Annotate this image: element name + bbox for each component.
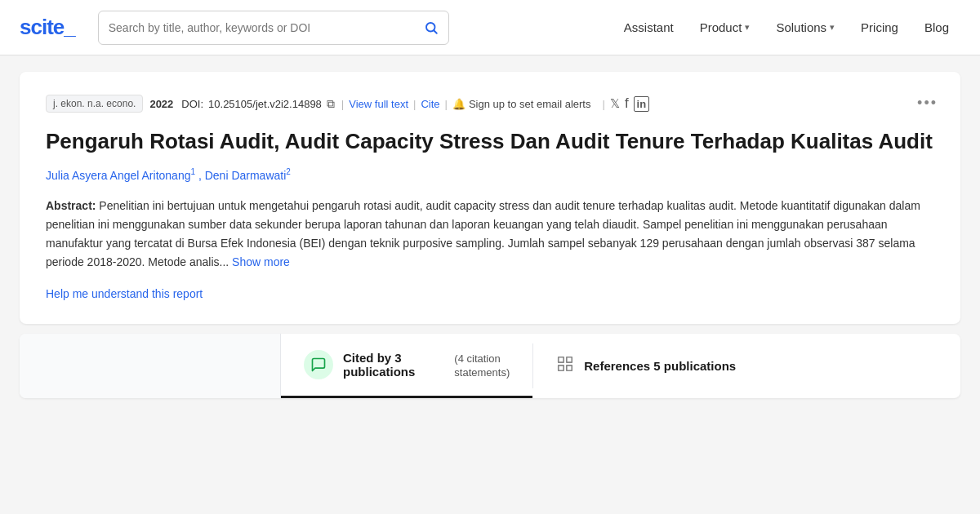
search-bar[interactable]: [98, 11, 449, 45]
bell-icon: 🔔: [452, 98, 466, 110]
main-nav: Assistant Product ▾ Solutions ▾ Pricing …: [612, 14, 960, 41]
nav-item-solutions[interactable]: Solutions ▾: [764, 14, 846, 41]
left-spacer: [20, 334, 281, 398]
nav-item-assistant[interactable]: Assistant: [612, 14, 685, 41]
main-content: ••• j. ekon. n.a. econo. 2022 DOI: 10.25…: [0, 55, 980, 414]
twitter-icon[interactable]: 𝕏: [610, 96, 620, 111]
help-link[interactable]: Help me understand this report: [46, 287, 203, 300]
solutions-chevron-icon: ▾: [830, 22, 835, 33]
facebook-icon[interactable]: f: [625, 95, 629, 112]
svg-rect-5: [559, 366, 564, 370]
search-icon: [424, 20, 439, 35]
more-options-button[interactable]: •••: [917, 95, 938, 112]
references-icon: [556, 355, 574, 377]
author-1-link[interactable]: Julia Asyera Angel Aritonang1: [46, 169, 198, 182]
article-card: ••• j. ekon. n.a. econo. 2022 DOI: 10.25…: [20, 72, 960, 324]
cited-by-sub-label: publications: [343, 365, 415, 379]
citation-statements-sub: statements): [454, 366, 510, 379]
abstract-label: Abstract:: [46, 199, 96, 212]
svg-rect-3: [567, 357, 572, 362]
nav-item-product[interactable]: Product ▾: [688, 14, 762, 41]
svg-rect-2: [559, 357, 564, 362]
nav-item-blog[interactable]: Blog: [913, 14, 960, 41]
year: 2022: [149, 98, 173, 110]
abstract: Abstract: Penelitian ini bertujuan untuk…: [46, 197, 934, 272]
copy-icon[interactable]: ⧉: [327, 97, 335, 111]
cited-by-tab[interactable]: Cited by 3 publications (4 citation stat…: [281, 334, 532, 398]
references-label: References 5 publications: [584, 359, 736, 373]
doi-label: DOI:: [181, 98, 203, 110]
article-title: Pengaruh Rotasi Audit, Audit Capacity St…: [46, 127, 934, 156]
view-full-text-link[interactable]: View full text: [349, 98, 408, 110]
social-icons: 𝕏 f in: [610, 95, 649, 112]
svg-rect-4: [567, 366, 572, 370]
author-2-link[interactable]: Deni Darmawati2: [205, 169, 291, 182]
doi-value: 10.25105/jet.v2i2.14898: [208, 98, 322, 110]
abstract-text: Penelitian ini bertujuan untuk mengetahu…: [46, 199, 920, 268]
search-input[interactable]: [109, 21, 424, 34]
cited-by-label: Cited by 3: [343, 351, 415, 365]
citations-section: Cited by 3 publications (4 citation stat…: [20, 334, 960, 398]
svg-line-1: [434, 30, 436, 33]
logo[interactable]: scite_: [20, 15, 75, 40]
cite-link[interactable]: Cite: [421, 98, 439, 110]
header: scite_ Assistant Product ▾ Solutions ▾ P…: [0, 0, 980, 55]
authors: Julia Asyera Angel Aritonang1 , Deni Dar…: [46, 167, 934, 182]
cited-by-icon: [304, 350, 333, 379]
nav-item-pricing[interactable]: Pricing: [849, 14, 910, 41]
linkedin-icon[interactable]: in: [634, 96, 650, 112]
references-tab[interactable]: References 5 publications: [533, 334, 759, 398]
show-more-link[interactable]: Show more: [232, 255, 290, 268]
product-chevron-icon: ▾: [745, 22, 750, 33]
citation-statements-label: (4 citation: [454, 352, 510, 365]
alert-text: Sign up to set email alerts: [469, 98, 591, 110]
citations-tabs: Cited by 3 publications (4 citation stat…: [20, 334, 960, 398]
journal-badge: j. ekon. n.a. econo.: [46, 95, 143, 113]
meta-row: j. ekon. n.a. econo. 2022 DOI: 10.25105/…: [46, 95, 934, 113]
